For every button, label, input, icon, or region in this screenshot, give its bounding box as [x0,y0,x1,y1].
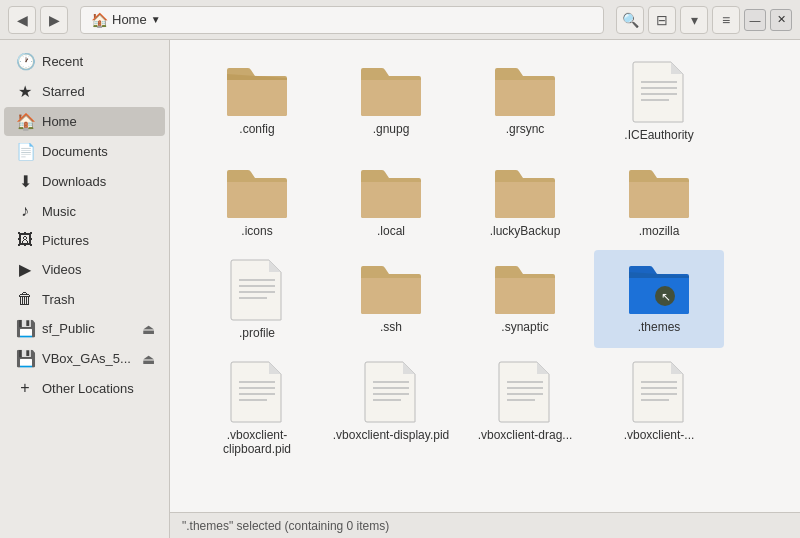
sidebar-item-label: Music [42,204,76,219]
sidebar-item-recent[interactable]: 🕐 Recent [4,47,165,76]
file-label: .ssh [380,320,402,334]
eject-sf-public-button[interactable]: ⏏ [140,321,157,337]
file-label: .icons [241,224,272,238]
file-grid: .config .gnupg [170,40,800,512]
main-layout: 🕐 Recent ★ Starred 🏠 Home 📄 Documents ⬇ … [0,40,800,538]
statusbar: ".themes" selected (containing 0 items) [170,512,800,538]
sidebar-item-label: Documents [42,144,108,159]
search-button[interactable]: 🔍 [616,6,644,34]
close-button[interactable]: ✕ [770,9,792,31]
sidebar-item-label: sf_Public [42,321,95,336]
folder-icon [493,258,557,316]
drive-icon: 💾 [16,319,34,338]
sidebar-item-documents[interactable]: 📄 Documents [4,137,165,166]
minimize-button[interactable]: — [744,9,766,31]
sidebar-item-music[interactable]: ♪ Music [4,197,165,225]
file-label: .luckyBackup [490,224,561,238]
file-item-vboxclient-drag[interactable]: .vboxclient-drag... [460,352,590,464]
eject-vbox-button[interactable]: ⏏ [140,351,157,367]
sidebar-item-label: Starred [42,84,85,99]
file-item-vboxclient-clipboard[interactable]: .vboxclient-clipboard.pid [192,352,322,464]
sidebar-item-label: Downloads [42,174,106,189]
forward-button[interactable]: ▶ [40,6,68,34]
sidebar-item-home[interactable]: 🏠 Home [4,107,165,136]
file-item-ssh[interactable]: .ssh [326,250,456,348]
file-label: .gnupg [373,122,410,136]
doc-icon [631,360,687,424]
documents-icon: 📄 [16,142,34,161]
sidebar-item-label: Pictures [42,233,89,248]
file-item-icons[interactable]: .icons [192,154,322,246]
file-item-luckybackup[interactable]: .luckyBackup [460,154,590,246]
file-label: .local [377,224,405,238]
file-label: .config [239,122,274,136]
sidebar-item-starred[interactable]: ★ Starred [4,77,165,106]
drive-icon: 💾 [16,349,34,368]
sidebar-item-label: Trash [42,292,75,307]
folder-icon [359,162,423,220]
recent-icon: 🕐 [16,52,34,71]
menu-button[interactable]: ≡ [712,6,740,34]
back-button[interactable]: ◀ [8,6,36,34]
file-item-vboxclient-display[interactable]: .vboxclient-display.pid [326,352,456,464]
sidebar-item-videos[interactable]: ▶ Videos [4,255,165,284]
file-item-vboxclient-last[interactable]: .vboxclient-... [594,352,724,464]
titlebar-controls: 🔍 ⊟ ▾ ≡ — ✕ [616,6,792,34]
view-dropdown-button[interactable]: ▾ [680,6,708,34]
videos-icon: ▶ [16,260,34,279]
music-icon: ♪ [16,202,34,220]
sidebar-item-label: Videos [42,262,82,277]
file-label: .mozilla [639,224,680,238]
file-label: .vboxclient-... [624,428,695,442]
folder-icon [225,162,289,220]
folder-icon [493,162,557,220]
other-locations-icon: + [16,379,34,397]
sidebar-item-vbox[interactable]: 💾 VBox_GAs_5... ⏏ [4,344,165,373]
home-icon: 🏠 [91,12,108,28]
statusbar-text: ".themes" selected (containing 0 items) [182,519,389,533]
location-label: Home [112,12,147,27]
doc-icon [497,360,553,424]
doc-icon [229,360,285,424]
file-label: .vboxclient-drag... [478,428,573,442]
file-label: .synaptic [501,320,548,334]
file-label: .profile [239,326,275,340]
file-item-themes[interactable]: ↖ .themes [594,250,724,348]
sidebar-item-label: Recent [42,54,83,69]
svg-text:↖: ↖ [661,290,671,304]
file-item-config[interactable]: .config [192,52,322,150]
file-label: .vboxclient-clipboard.pid [196,428,318,456]
location-dropdown-arrow[interactable]: ▼ [151,14,161,25]
folder-icon [359,60,423,118]
file-item-grsync[interactable]: .grsync [460,52,590,150]
sidebar-item-pictures[interactable]: 🖼 Pictures [4,226,165,254]
location-bar: 🏠 Home ▼ [80,6,604,34]
file-item-iceauthority[interactable]: .ICEauthority [594,52,724,150]
doc-icon [631,60,687,124]
file-item-profile[interactable]: .profile [192,250,322,348]
view-options-button[interactable]: ⊟ [648,6,676,34]
folder-icon [627,162,691,220]
file-label: .vboxclient-display.pid [333,428,450,442]
file-label: .grsync [506,122,545,136]
sidebar-item-trash[interactable]: 🗑 Trash [4,285,165,313]
doc-icon [229,258,285,322]
vbox-left: 💾 VBox_GAs_5... [16,349,131,368]
starred-icon: ★ [16,82,34,101]
folder-icon [225,60,289,118]
sidebar-item-label: Other Locations [42,381,134,396]
folder-icon [493,60,557,118]
sidebar-item-other-locations[interactable]: + Other Locations [4,374,165,402]
doc-icon [363,360,419,424]
sidebar-item-downloads[interactable]: ⬇ Downloads [4,167,165,196]
titlebar: ◀ ▶ 🏠 Home ▼ 🔍 ⊟ ▾ ≡ — ✕ [0,0,800,40]
file-item-mozilla[interactable]: .mozilla [594,154,724,246]
file-item-synaptic[interactable]: .synaptic [460,250,590,348]
sidebar-item-label: VBox_GAs_5... [42,351,131,366]
file-item-local[interactable]: .local [326,154,456,246]
folder-icon [359,258,423,316]
sidebar-item-label: Home [42,114,77,129]
sidebar-item-sf-public[interactable]: 💾 sf_Public ⏏ [4,314,165,343]
file-area: .config .gnupg [170,40,800,538]
file-item-gnupg[interactable]: .gnupg [326,52,456,150]
